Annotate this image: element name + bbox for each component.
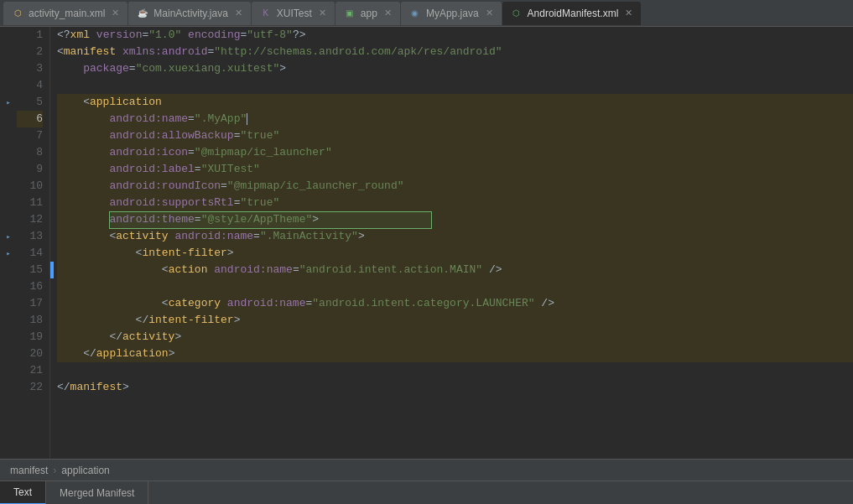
bottom-tab-bar: Text Merged Manifest [0,481,853,504]
code-editor[interactable]: <?xml version="1.0" encoding="utf-8"?> <… [50,27,853,459]
gutter-5[interactable]: ▸ [0,94,17,111]
gutter-11 [0,195,17,211]
manifest-icon: ⬡ [511,8,523,19]
gutter-16 [0,278,17,295]
code-line-18: </intent-filter> [57,312,853,329]
gutter-1 [0,27,17,44]
gutter-14[interactable]: ▸ [0,245,17,262]
code-line-4 [57,77,853,94]
gutter-7 [0,127,17,144]
tab-label: app [361,8,377,19]
line-num-2: 2 [17,44,43,60]
bottom-tab-merged-label: Merged Manifest [60,487,134,499]
kotlin-file-icon: K [260,8,272,19]
gutter-18 [0,312,17,329]
code-line-19: </activity> [57,329,853,346]
tab-close-icon[interactable]: ✕ [625,8,632,18]
code-line-6: android:name=".MyApp" [57,111,853,127]
xml-file-icon: ⬡ [12,8,23,19]
bottom-tab-merged-manifest[interactable]: Merged Manifest [46,481,148,505]
java-file-icon: ☕ [137,8,148,19]
bottom-tab-text[interactable]: Text [0,481,46,505]
gutter-4 [0,77,17,94]
code-line-7: android:allowBackup="true" [57,127,853,144]
gutter-22 [0,379,17,396]
gutter-19 [0,329,17,346]
code-line-9: android:label="XUITest" [57,161,853,178]
line-num-11: 11 [17,195,43,211]
tab-xuiTest[interactable]: K XUITest ✕ [252,2,335,25]
gutter-13[interactable]: ▸ [0,228,17,245]
editor-area: ▸ ▸ ▸ 1 2 3 4 5 6 7 8 9 10 11 12 13 14 1… [0,27,853,459]
tab-activity-main[interactable]: ⬡ activity_main.xml ✕ [3,2,127,25]
code-line-10: android:roundIcon="@mipmap/ic_launcher_r… [57,178,853,195]
line-num-22: 22 [17,379,43,396]
gutter-15 [0,262,17,278]
code-line-14: <intent-filter> [57,245,853,262]
line-num-20: 20 [17,346,43,362]
line-num-15: 15 [17,262,43,278]
tab-label: XUITest [277,8,312,19]
gutter-6 [0,111,17,127]
line-num-17: 17 [17,295,43,312]
tab-close-icon[interactable]: ✕ [486,8,493,18]
tab-androidmanifest[interactable]: ⬡ AndroidManifest.xml ✕ [502,2,642,25]
breadcrumb-separator: › [53,465,56,476]
code-line-13: <activity android:name=".MainActivity"> [57,228,853,245]
code-line-20: </application> [57,346,853,362]
gutter-3 [0,60,17,77]
line-num-8: 8 [17,144,43,161]
code-line-16 [57,278,853,295]
tab-close-icon[interactable]: ✕ [319,8,326,18]
tab-label: MainActivity.java [153,8,227,19]
gutter-20 [0,346,17,362]
breadcrumb-application[interactable]: application [61,465,109,476]
line-num-7: 7 [17,127,43,144]
gutter-2 [0,44,17,60]
tab-label: MyApp.java [426,8,479,19]
line-num-5: 5 [17,94,43,111]
text-cursor [247,113,247,125]
code-line-2: <manifest xmlns:android="http://schemas.… [57,44,853,60]
left-marker-15 [50,262,54,278]
tab-app[interactable]: ▣ app ✕ [335,2,400,25]
line-num-1: 1 [17,27,43,44]
code-line-21 [57,362,853,379]
line-num-10: 10 [17,178,43,195]
line-num-16: 16 [17,278,43,295]
line-num-14: 14 [17,245,43,262]
tab-label: AndroidManifest.xml [528,8,619,19]
gutter-12 [0,211,17,228]
gutter-8 [0,144,17,161]
code-line-8: android:icon="@mipmap/ic_launcher" [57,144,853,161]
tab-close-icon[interactable]: ✕ [384,8,392,18]
tab-close-icon[interactable]: ✕ [235,8,242,18]
gutter-10 [0,178,17,195]
code-line-17: <category android:name="android.intent.c… [57,295,853,312]
line-num-4: 4 [17,77,43,94]
tab-label: activity_main.xml [29,8,105,19]
code-line-12: android:theme="@style/AppTheme"> [57,211,853,228]
line-num-13: 13 [17,228,43,245]
line-num-12: 12 [17,211,43,228]
tab-myapp[interactable]: ◉ MyApp.java ✕ [401,2,502,25]
gutter-17 [0,295,17,312]
tab-close-icon[interactable]: ✕ [112,8,119,18]
code-line-5: <application [57,94,853,111]
gutter: ▸ ▸ ▸ [0,27,17,459]
code-line-3: package="com.xuexiang.xuitest"> [57,60,853,77]
breadcrumb-bar: manifest › application [0,459,853,481]
java-icon: ◉ [409,8,421,19]
line-num-21: 21 [17,362,43,379]
gutter-9 [0,161,17,178]
line-num-19: 19 [17,329,43,346]
line-num-6: 6 [17,111,43,127]
line-num-3: 3 [17,60,43,77]
gutter-21 [0,362,17,379]
tab-mainactivity[interactable]: ☕ MainActivity.java ✕ [128,2,250,25]
tab-bar: ⬡ activity_main.xml ✕ ☕ MainActivity.jav… [0,0,853,27]
code-line-1: <?xml version="1.0" encoding="utf-8"?> [57,27,853,44]
breadcrumb-manifest[interactable]: manifest [10,465,48,476]
code-line-11: android:supportsRtl="true" [57,195,853,211]
code-line-22: </manifest> [57,379,853,396]
